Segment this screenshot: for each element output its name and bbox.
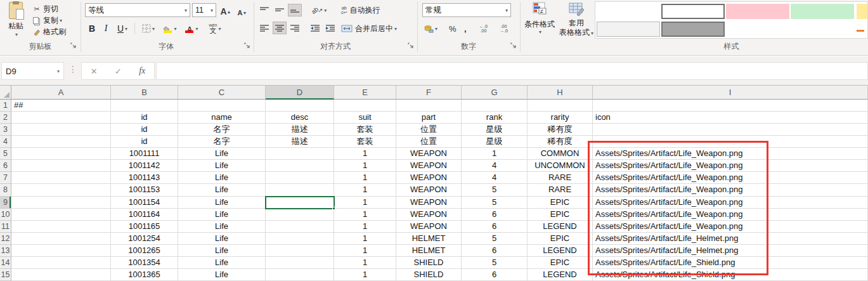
cell[interactable]: Life [178, 172, 266, 184]
cell[interactable] [11, 124, 111, 136]
cell[interactable]: 5 [462, 233, 528, 245]
borders-button[interactable]: ▾ [139, 22, 158, 36]
style-chip[interactable] [597, 22, 660, 37]
style-chip[interactable] [791, 4, 854, 19]
cell[interactable]: HELMET [396, 245, 462, 257]
cell[interactable] [11, 184, 111, 196]
column-header-d[interactable]: D [266, 86, 334, 100]
formula-input[interactable] [156, 62, 868, 80]
cell[interactable]: Life [178, 257, 266, 269]
cell[interactable] [266, 221, 334, 233]
cell[interactable] [334, 100, 396, 112]
row-header[interactable]: 9 [0, 197, 11, 209]
wrap-text-button[interactable]: abc↩ 自动换行 [341, 3, 380, 17]
cell[interactable]: Assets/Sprites/Artifact/Life_Weapon.png [593, 172, 868, 184]
cell[interactable]: id [111, 124, 178, 136]
select-all-corner[interactable] [0, 86, 11, 100]
underline-button[interactable]: U▾ [113, 22, 132, 36]
cell[interactable]: icon [593, 112, 868, 124]
cell[interactable] [11, 197, 111, 209]
style-chip[interactable] [791, 22, 854, 37]
cell[interactable]: WEAPON [396, 148, 462, 160]
row-header[interactable]: 15 [0, 269, 11, 281]
cut-button[interactable]: ✂ 剪切 [32, 4, 58, 15]
cell[interactable]: Life [178, 148, 266, 160]
style-chip[interactable] [661, 22, 725, 37]
cell[interactable]: suit [334, 112, 396, 124]
conditional-formatting-button[interactable]: ≠ 条件格式 ▾ [522, 2, 557, 35]
cell[interactable]: 1001153 [111, 184, 178, 196]
cell[interactable]: 6 [462, 221, 528, 233]
cell[interactable]: 描述 [266, 124, 334, 136]
row-header[interactable]: 3 [0, 124, 11, 136]
cell[interactable]: 位置 [396, 136, 462, 148]
column-header-a[interactable]: A [11, 86, 111, 100]
cell[interactable] [11, 257, 111, 269]
cell[interactable]: 星级 [462, 136, 528, 148]
cell[interactable]: Assets/Sprites/Artifact/Life_Shield.png [593, 257, 868, 269]
shrink-font-button[interactable]: A▼ [236, 6, 249, 20]
middle-align-button[interactable] [273, 4, 287, 16]
format-painter-button[interactable]: 格式刷 [32, 27, 66, 37]
cell[interactable] [266, 160, 334, 172]
cell[interactable]: 1001154 [111, 197, 178, 209]
cell[interactable]: id [111, 112, 178, 124]
cell[interactable]: HELMET [396, 233, 462, 245]
cell[interactable]: 星级 [462, 124, 528, 136]
cell[interactable]: 5 [462, 257, 528, 269]
cell[interactable]: Life [178, 197, 266, 209]
cell[interactable] [11, 112, 111, 124]
cell[interactable] [11, 245, 111, 257]
font-dialog-launcher-icon[interactable] [244, 42, 252, 50]
cell[interactable]: Assets/Sprites/Artifact/Life_Helmet.png [593, 233, 868, 245]
row-header[interactable]: 4 [0, 136, 11, 148]
cell[interactable] [11, 148, 111, 160]
decrease-indent-button[interactable] [308, 22, 322, 34]
cell[interactable]: 1 [334, 160, 396, 172]
paste-button[interactable]: 粘贴 ▾ [3, 2, 29, 40]
column-header-c[interactable]: C [178, 86, 266, 100]
cell[interactable]: WEAPON [396, 160, 462, 172]
cell[interactable]: WEAPON [396, 221, 462, 233]
cell[interactable]: LEGEND [528, 245, 593, 257]
alignment-dialog-launcher-icon[interactable] [408, 42, 415, 50]
cell[interactable]: 1001265 [111, 245, 178, 257]
cell[interactable]: 1 [334, 257, 396, 269]
increase-decimal-button[interactable]: ←.0.00 [479, 22, 488, 36]
cell[interactable]: 1001365 [111, 269, 178, 281]
cell[interactable] [11, 221, 111, 233]
copy-button[interactable]: 复制 ▾ [32, 15, 62, 26]
cell[interactable] [266, 257, 334, 269]
cell[interactable]: name [178, 112, 266, 124]
top-align-button[interactable] [257, 4, 271, 16]
cell[interactable] [266, 209, 334, 221]
orientation-button[interactable]: ab↗▾ [308, 4, 330, 16]
cell[interactable]: EPIC [528, 209, 593, 221]
cell[interactable]: 位置 [396, 124, 462, 136]
cell[interactable]: Life [178, 184, 266, 196]
cell[interactable]: WEAPON [396, 184, 462, 196]
cell[interactable]: id [111, 136, 178, 148]
cell[interactable] [266, 197, 334, 209]
row-header[interactable]: 11 [0, 221, 11, 233]
formula-bar-grip-icon[interactable]: ⋮ [68, 64, 77, 74]
row-header[interactable]: 5 [0, 148, 11, 160]
cell[interactable] [593, 136, 868, 148]
italic-button[interactable]: I [100, 22, 112, 36]
percent-style-button[interactable]: % [449, 22, 457, 36]
cell[interactable]: 1001165 [111, 221, 178, 233]
cell[interactable]: 1 [334, 269, 396, 281]
cancel-icon[interactable]: ✕ [91, 67, 98, 76]
cell[interactable]: Life [178, 269, 266, 281]
cell[interactable]: 稀有度 [528, 124, 593, 136]
cell[interactable]: UNCOMMON [528, 160, 593, 172]
cell[interactable]: 1 [334, 184, 396, 196]
cell[interactable] [11, 209, 111, 221]
cell[interactable]: RARE [528, 172, 593, 184]
cell[interactable]: 1 [462, 148, 528, 160]
cell[interactable]: 4 [462, 160, 528, 172]
cell[interactable] [266, 269, 334, 281]
cell[interactable] [266, 100, 334, 112]
cell[interactable]: Life [178, 160, 266, 172]
cell[interactable]: 稀有度 [528, 136, 593, 148]
